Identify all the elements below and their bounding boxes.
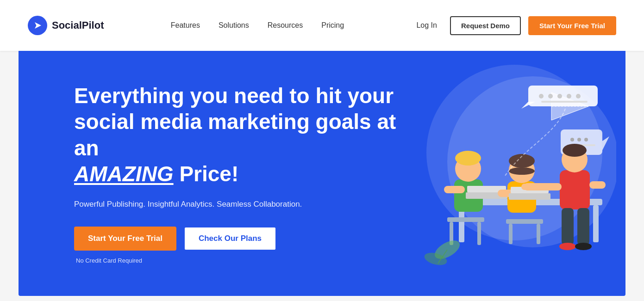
svg-rect-47: [562, 208, 574, 245]
nav-item-pricing[interactable]: Pricing: [321, 21, 344, 29]
nav-item-solutions[interactable]: Solutions: [219, 21, 249, 29]
no-card-text: No Credit Card Required: [76, 257, 398, 264]
svg-rect-26: [444, 186, 465, 193]
logo-link[interactable]: SocialPilot: [28, 16, 104, 35]
svg-point-6: [548, 94, 553, 98]
svg-point-14: [577, 138, 581, 141]
hero-plans-button[interactable]: Check Our Plans: [184, 227, 276, 251]
svg-point-43: [563, 144, 587, 157]
svg-point-25: [455, 151, 481, 166]
svg-point-9: [576, 94, 581, 98]
svg-rect-44: [524, 183, 562, 190]
svg-rect-3: [528, 86, 598, 106]
hero-illustration: [394, 65, 616, 268]
login-button[interactable]: Log In: [411, 18, 442, 33]
svg-point-45: [521, 184, 528, 190]
svg-rect-46: [589, 181, 606, 189]
svg-rect-10: [541, 101, 588, 103]
svg-rect-20: [447, 217, 484, 222]
svg-rect-48: [577, 208, 589, 245]
logo-text: SocialPilot: [52, 19, 104, 31]
hero-buttons: Start Your Free Trial Check Our Plans: [74, 227, 398, 251]
hero-section: Everything you need to hit your social m…: [19, 51, 625, 296]
nav-actions: Log In Request Demo Start Your Free Tria…: [411, 16, 616, 35]
svg-point-33: [509, 167, 535, 175]
nav-item-features[interactable]: Features: [171, 21, 200, 29]
nav-item-resources[interactable]: Resources: [268, 21, 303, 29]
svg-rect-40: [537, 224, 540, 244]
hero-trial-button[interactable]: Start Your Free Trial: [74, 227, 176, 251]
svg-point-5: [539, 94, 544, 98]
hero-subtitle: Powerful Publishing. Insightful Analytic…: [74, 200, 398, 209]
svg-point-8: [567, 94, 571, 98]
svg-point-49: [559, 243, 576, 250]
svg-rect-19: [593, 205, 599, 242]
nav-links: Features Solutions Resources Pricing: [171, 21, 344, 30]
request-demo-button[interactable]: Request Demo: [450, 16, 521, 35]
logo-icon: [28, 16, 47, 35]
svg-point-50: [575, 243, 592, 250]
hero-title: Everything you need to hit your social m…: [74, 83, 398, 186]
svg-rect-36: [509, 193, 550, 200]
svg-rect-41: [560, 170, 590, 209]
svg-point-13: [570, 138, 574, 141]
hero-content: Everything you need to hit your social m…: [74, 83, 398, 264]
svg-rect-39: [509, 224, 513, 244]
nav-trial-button[interactable]: Start Your Free Trial: [528, 16, 616, 35]
svg-point-15: [584, 138, 588, 141]
navbar: SocialPilot Features Solutions Resources…: [0, 0, 644, 51]
svg-rect-38: [506, 219, 543, 224]
svg-rect-22: [477, 222, 481, 245]
svg-point-7: [557, 94, 562, 98]
